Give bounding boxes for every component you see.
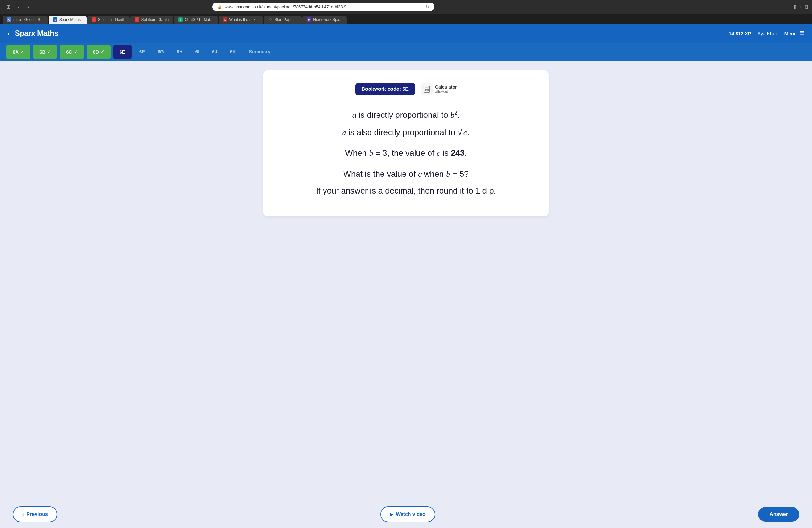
browser-tab-chatgpt[interactable]: ⚙ ChatGPT - Mat... — [174, 16, 218, 24]
answer-label: Answer — [769, 512, 788, 517]
section-tab-6H[interactable]: 6H — [170, 44, 189, 60]
section-tab-6I-label: 6I — [195, 49, 200, 54]
new-tab-btn[interactable]: + — [799, 4, 802, 10]
question-line-1: a is directly proportional to b2. — [282, 108, 530, 122]
section-tab-6E-label: 6E — [119, 49, 125, 55]
previous-chevron-icon: ‹ — [22, 512, 24, 517]
sidebar-toggle-btn[interactable]: ⊞ — [4, 2, 13, 11]
video-icon: ▶ — [390, 512, 393, 517]
tab-label-quora: What is the nex... — [229, 17, 259, 22]
tab-favicon-sparx: S — [53, 17, 57, 22]
user-name: Aya Kheir — [757, 31, 778, 36]
check-icon-6D: ✓ — [101, 49, 104, 54]
previous-label: Previous — [26, 512, 48, 517]
section-tab-6A[interactable]: 6A ✓ — [6, 45, 30, 59]
watch-video-label: Watch video — [396, 512, 426, 517]
tab-label-hw: Homework Spa... — [313, 17, 342, 22]
browser-nav: ⊞ ‹ › — [4, 2, 32, 11]
hamburger-icon: ☰ — [799, 30, 804, 37]
section-tab-6G[interactable]: 6G — [151, 44, 170, 60]
svg-rect-4 — [427, 89, 429, 90]
xp-display: 14,813 XP — [729, 31, 751, 36]
section-tab-6F-label: 6F — [139, 49, 145, 54]
header-right: 14,813 XP Aya Kheir Menu ☰ — [729, 30, 804, 37]
reload-icon[interactable]: ↻ — [426, 4, 429, 9]
section-tab-6B-label: 6B — [39, 49, 45, 55]
tab-label-chatgpt: ChatGPT - Mat... — [185, 17, 213, 22]
check-icon-6B: ✓ — [47, 49, 51, 54]
svg-rect-1 — [425, 87, 429, 88]
browser-tab-start[interactable]: ☆ Start Page — [264, 16, 302, 24]
forward-btn[interactable]: › — [25, 3, 31, 11]
tab-favicon-google: G — [7, 17, 11, 22]
bottom-bar: ‹ Previous ▶ Watch video Answer — [0, 500, 812, 528]
question-card: Bookwork code: 6E — [263, 70, 549, 216]
section-tab-6J-label: 6J — [212, 49, 217, 54]
tab-label-gauth1: Solution - Gauth — [98, 17, 126, 22]
question-line-5: If your answer is a decimal, then round … — [282, 184, 530, 198]
section-tabs: 6A ✓ 6B ✓ 6C ✓ 6D ✓ 6E 6F 6G 6H 6I — [0, 43, 812, 61]
question-text: a is directly proportional to b2. a is a… — [282, 108, 530, 198]
section-tab-6D-label: 6D — [93, 49, 99, 55]
tab-label-start: Start Page — [274, 17, 292, 22]
browser-tabs: G mrto - Google S... S Sparx Maths ✕ Sol… — [0, 14, 812, 24]
tab-label-sparx: Sparx Maths — [59, 17, 81, 22]
section-tab-6K[interactable]: 6K — [223, 44, 242, 60]
question-line-2: a is also directly proportional to √c. — [282, 125, 530, 140]
menu-btn[interactable]: Menu ☰ — [784, 30, 804, 37]
bookwork-header: Bookwork code: 6E — [282, 83, 530, 95]
sqrt-symbol: √c — [458, 125, 468, 140]
browser-tab-quora[interactable]: Q What is the nex... — [219, 16, 263, 24]
check-icon-6C: ✓ — [74, 49, 78, 54]
calculator-icon — [421, 84, 433, 95]
back-navigation-btn[interactable]: ‹ — [8, 30, 10, 37]
section-tab-6F[interactable]: 6F — [133, 44, 151, 60]
share-btn[interactable]: ⬆ — [793, 4, 797, 10]
section-tab-6G-label: 6G — [158, 49, 164, 54]
main-content: Bookwork code: 6E — [0, 61, 812, 500]
section-tab-6B[interactable]: 6B ✓ — [33, 45, 57, 59]
browser-actions: ⬆ + ⧉ — [793, 4, 808, 10]
section-tab-summary-label: Summary — [249, 49, 270, 54]
browser-chrome: ⊞ ‹ › 🔒 www.sparxmaths.uk/student/packag… — [0, 0, 812, 14]
lock-icon: 🔒 — [217, 5, 222, 9]
svg-rect-2 — [425, 89, 426, 90]
section-tab-6H-label: 6H — [177, 49, 183, 54]
browser-tab-gauth1[interactable]: ✕ Solution - Gauth — [87, 16, 130, 24]
tabs-btn[interactable]: ⧉ — [805, 4, 808, 10]
svg-rect-7 — [427, 90, 429, 91]
browser-tab-sparx[interactable]: S Sparx Maths — [48, 16, 87, 24]
browser-tab-google[interactable]: G mrto - Google S... — [2, 16, 48, 24]
answer-button[interactable]: Answer — [758, 507, 799, 522]
watch-video-button[interactable]: ▶ Watch video — [380, 506, 435, 522]
previous-button[interactable]: ‹ Previous — [13, 506, 57, 522]
section-tab-6A-label: 6A — [13, 49, 19, 55]
section-tab-6C[interactable]: 6C ✓ — [60, 45, 84, 59]
tab-favicon-gauth2: ✕ — [135, 17, 139, 22]
tab-favicon-chatgpt: ⚙ — [178, 17, 183, 22]
calc-label: Calculator allowed — [435, 84, 457, 94]
section-tab-summary[interactable]: Summary — [242, 44, 277, 60]
calc-title: Calculator — [435, 84, 457, 89]
section-tab-6E[interactable]: 6E — [113, 45, 132, 59]
section-tab-6J[interactable]: 6J — [205, 44, 223, 60]
calculator-badge: Calculator allowed — [421, 84, 457, 95]
tab-favicon-gauth1: ✕ — [92, 17, 96, 22]
back-btn[interactable]: ‹ — [16, 3, 22, 11]
url-text: www.sparxmaths.uk/student/package/786774… — [224, 4, 350, 9]
address-bar[interactable]: 🔒 www.sparxmaths.uk/student/package/7867… — [212, 2, 434, 11]
bookwork-code: Bookwork code: 6E — [355, 83, 415, 95]
browser-tab-gauth2[interactable]: ✕ Solution - Gauth — [130, 16, 173, 24]
tab-favicon-star: ☆ — [268, 17, 273, 22]
section-tab-6D[interactable]: 6D ✓ — [87, 45, 111, 59]
tab-label-gauth2: Solution - Gauth — [141, 17, 169, 22]
question-line-4: What is the value of c when b = 5? — [282, 167, 530, 181]
tab-favicon-quora: Q — [223, 17, 228, 22]
menu-label: Menu — [784, 31, 797, 36]
browser-tab-hw[interactable]: H Homework Spa... — [302, 16, 347, 24]
calc-sublabel: allowed — [435, 89, 457, 94]
section-tab-6C-label: 6C — [66, 49, 72, 55]
app-header: ‹ Sparx Maths 14,813 XP Aya Kheir Menu ☰ — [0, 24, 812, 43]
section-tab-6I[interactable]: 6I — [189, 44, 206, 60]
svg-rect-3 — [426, 89, 427, 90]
